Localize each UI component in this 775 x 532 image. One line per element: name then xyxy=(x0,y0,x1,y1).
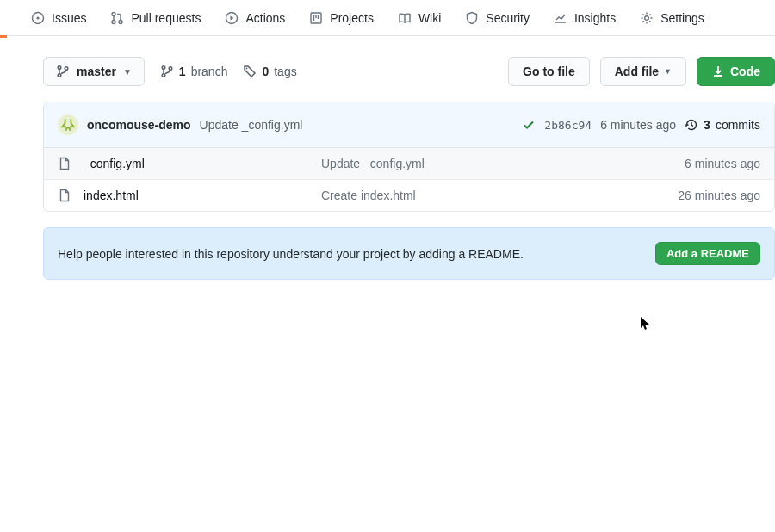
history-icon xyxy=(685,118,698,132)
svg-point-1 xyxy=(36,16,39,19)
book-icon xyxy=(398,11,412,25)
check-icon[interactable] xyxy=(522,118,536,132)
tags-link[interactable]: 0 tags xyxy=(243,65,296,78)
nav-pulls[interactable]: Pull requests xyxy=(98,0,213,35)
git-branch-icon xyxy=(56,65,70,78)
file-row: index.html Create index.html 26 minutes … xyxy=(44,180,774,211)
commit-author[interactable]: oncomouse-demo xyxy=(87,118,191,132)
svg-point-3 xyxy=(112,20,115,23)
branch-select-button[interactable]: master ▼ xyxy=(43,57,145,86)
shield-icon xyxy=(465,11,479,25)
nav-wiki[interactable]: Wiki xyxy=(386,0,453,35)
play-icon xyxy=(225,11,239,25)
nav-label: Insights xyxy=(574,11,616,25)
svg-point-9 xyxy=(58,74,61,77)
svg-point-11 xyxy=(162,66,165,70)
go-to-file-button[interactable]: Go to file xyxy=(508,57,590,86)
nav-security[interactable]: Security xyxy=(453,0,542,35)
progress-indicator xyxy=(0,35,7,38)
file-time: 26 minutes ago xyxy=(678,189,760,202)
issue-opened-icon xyxy=(31,11,45,25)
repo-nav: Issues Pull requests Actions Projects Wi… xyxy=(0,0,775,36)
nav-actions[interactable]: Actions xyxy=(213,0,297,35)
svg-point-14 xyxy=(246,68,248,70)
branch-count: 1 xyxy=(179,65,186,78)
readme-prompt: Help people interested in this repositor… xyxy=(43,227,775,280)
project-icon xyxy=(309,11,323,25)
nav-label: Pull requests xyxy=(131,11,201,25)
button-label: Code xyxy=(730,65,760,78)
git-branch-icon xyxy=(160,65,174,78)
commits-link[interactable]: 3 commits xyxy=(685,118,760,132)
mouse-cursor xyxy=(641,317,651,332)
svg-point-7 xyxy=(645,15,649,20)
button-label: Add file xyxy=(615,65,659,78)
file-time: 6 minutes ago xyxy=(685,157,760,170)
main-container: master ▼ 1 branch 0 tags Go to file Add … xyxy=(0,36,775,280)
gear-icon xyxy=(640,11,654,25)
tag-icon xyxy=(243,65,257,78)
branch-name: master xyxy=(77,65,116,78)
branches-link[interactable]: 1 branch xyxy=(160,65,228,78)
file-icon xyxy=(58,157,71,170)
toolbar: master ▼ 1 branch 0 tags Go to file Add … xyxy=(43,57,775,86)
nav-label: Settings xyxy=(660,11,704,25)
tag-count-label: tags xyxy=(274,65,296,78)
commit-time: 6 minutes ago xyxy=(600,118,676,132)
file-name-link[interactable]: index.html xyxy=(84,189,139,202)
button-label: Add a README xyxy=(666,247,749,260)
tag-count: 0 xyxy=(262,65,269,78)
code-button[interactable]: Code xyxy=(697,57,775,86)
nav-label: Actions xyxy=(245,11,285,25)
nav-label: Projects xyxy=(330,11,374,25)
readme-prompt-text: Help people interested in this repositor… xyxy=(58,247,524,261)
file-commit-msg[interactable]: Update _config.yml xyxy=(321,157,685,170)
commit-message[interactable]: Update _config.yml xyxy=(200,118,303,132)
commit-sha[interactable]: 2b86c94 xyxy=(544,119,592,132)
add-file-button[interactable]: Add file ▼ xyxy=(600,57,686,86)
latest-commit-row: oncomouse-demo Update _config.yml 2b86c9… xyxy=(44,102,774,148)
download-icon xyxy=(711,65,725,78)
nav-insights[interactable]: Insights xyxy=(542,0,628,35)
nav-settings[interactable]: Settings xyxy=(628,0,716,35)
nav-projects[interactable]: Projects xyxy=(297,0,386,35)
chevron-down-icon: ▼ xyxy=(664,67,672,76)
svg-point-10 xyxy=(65,67,68,71)
file-row: _config.yml Update _config.yml 6 minutes… xyxy=(44,148,774,180)
file-name-link[interactable]: _config.yml xyxy=(84,157,145,170)
add-readme-button[interactable]: Add a README xyxy=(655,242,760,265)
git-pull-request-icon xyxy=(110,11,124,25)
avatar[interactable] xyxy=(58,114,78,135)
file-list-box: oncomouse-demo Update _config.yml 2b86c9… xyxy=(43,102,775,212)
file-icon xyxy=(58,189,71,202)
button-label: Go to file xyxy=(523,65,575,78)
nav-issues[interactable]: Issues xyxy=(19,0,98,35)
chevron-down-icon: ▼ xyxy=(123,67,132,77)
svg-point-13 xyxy=(169,67,172,71)
file-commit-msg[interactable]: Create index.html xyxy=(321,189,678,202)
svg-point-4 xyxy=(119,20,122,23)
nav-label: Issues xyxy=(52,11,86,25)
file-actions: Go to file Add file ▼ Code xyxy=(508,57,775,86)
nav-label: Security xyxy=(486,11,530,25)
svg-point-12 xyxy=(162,74,165,77)
nav-label: Wiki xyxy=(418,11,441,25)
branch-count-label: branch xyxy=(191,65,228,78)
svg-point-2 xyxy=(112,12,115,15)
svg-point-8 xyxy=(58,66,61,70)
graph-icon xyxy=(554,11,567,25)
commits-count-value: 3 xyxy=(704,118,710,132)
commits-count-label: commits xyxy=(716,118,760,132)
